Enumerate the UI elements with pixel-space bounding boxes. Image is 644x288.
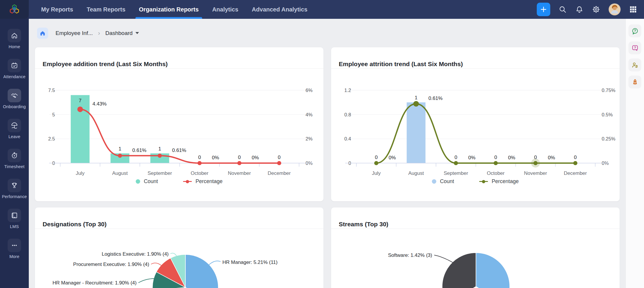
- line-point-september[interactable]: [158, 154, 162, 158]
- sidebar-item-onboarding[interactable]: Onboarding: [3, 89, 26, 109]
- breadcrumb-separator: ›: [98, 30, 100, 36]
- x-axis-label: November: [228, 170, 251, 176]
- right-axis-tick: 0.75%: [602, 88, 616, 93]
- x-axis-label: July: [372, 170, 381, 176]
- card-title: Employee addition trend (Last Six Months…: [43, 61, 168, 68]
- percentage-label: 0.61%: [172, 148, 186, 153]
- sidebar-items: Home Attendance Onboarding Leave Timeshe…: [0, 19, 29, 259]
- line-point-november[interactable]: [237, 161, 242, 165]
- sidebar-item-attendance[interactable]: Attendance: [3, 59, 25, 79]
- breadcrumb-module[interactable]: Employee Inf...: [56, 30, 93, 36]
- user-avatar[interactable]: [608, 3, 621, 16]
- sidebar-item-performance[interactable]: Performance: [2, 179, 27, 199]
- legend-label: Count: [144, 178, 158, 185]
- line-point-august[interactable]: [118, 154, 122, 158]
- line-point-october[interactable]: [197, 161, 202, 165]
- chevron-down-icon[interactable]: [135, 32, 139, 34]
- count-label: 0: [375, 155, 378, 160]
- count-label: 7: [79, 98, 81, 103]
- percentage-label: 0.61%: [428, 96, 442, 101]
- whats-new-rocket-button[interactable]: [628, 76, 641, 88]
- legend-item-count[interactable]: Count: [136, 178, 158, 185]
- count-label: 1: [158, 146, 161, 152]
- home-icon: [8, 29, 21, 42]
- search-icon: [559, 5, 567, 14]
- x-axis-label: December: [564, 170, 587, 176]
- tab-advanced-analytics[interactable]: Advanced Analytics: [252, 0, 307, 19]
- breadcrumb-home-button[interactable]: [37, 28, 48, 39]
- bar-august[interactable]: [407, 102, 425, 163]
- x-axis-label: September: [444, 170, 468, 176]
- sidebar-item-more[interactable]: More: [8, 239, 21, 259]
- help-chat-button[interactable]: ?: [628, 24, 641, 37]
- sidebar-item-label: Home: [9, 44, 20, 49]
- divider: [35, 229, 323, 229]
- left-axis-tick: 7.5: [48, 88, 55, 93]
- legend-item-percentage[interactable]: Percentage: [183, 178, 222, 185]
- right-axis-tick: 4%: [306, 112, 313, 117]
- user-share-button[interactable]: [628, 58, 641, 71]
- add-button[interactable]: [537, 3, 550, 16]
- pie-callout-label: HR Manager: 5.21% (11): [222, 259, 278, 265]
- divider: [331, 68, 620, 69]
- count-swatch: [432, 179, 436, 184]
- sidebar-item-lms[interactable]: LMS: [8, 209, 21, 229]
- card-streams: Streams (Top 30) Software: 1.42% (3): [331, 207, 620, 288]
- sidebar-item-home[interactable]: Home: [8, 29, 21, 49]
- left-axis-tick: 0.4: [344, 136, 351, 141]
- line-point-july[interactable]: [374, 161, 378, 165]
- lms-icon: [8, 209, 21, 222]
- breadcrumb: Employee Inf... › Dashboard: [29, 19, 626, 47]
- callout-leader-line: [138, 279, 154, 283]
- pie-slice[interactable]: [185, 254, 218, 288]
- zoho-people-logo[interactable]: [0, 0, 29, 19]
- add-icon: [540, 6, 547, 13]
- sidebar-item-label: Leave: [9, 134, 21, 139]
- sidebar-item-timesheet[interactable]: Timesheet: [4, 149, 25, 169]
- notifications-button[interactable]: [575, 5, 584, 14]
- chart-legend: Count Percentage: [35, 178, 323, 185]
- x-axis-label: September: [147, 170, 172, 176]
- line-point-october[interactable]: [494, 161, 498, 165]
- breadcrumb-page-selector[interactable]: Dashboard: [105, 30, 133, 36]
- line-point-november[interactable]: [534, 161, 538, 165]
- count-label: 0: [574, 155, 577, 160]
- card-employee-attrition-trend: Employee attrition trend (Last Six Month…: [331, 47, 620, 201]
- left-axis-tick: 2.5: [48, 136, 55, 141]
- legend-item-percentage[interactable]: Percentage: [479, 178, 519, 185]
- sidebar-item-leave[interactable]: Leave: [8, 119, 21, 139]
- percentage-label: 0.61%: [132, 148, 146, 153]
- tab-my-reports[interactable]: My Reports: [41, 0, 73, 19]
- percentage-label: 0%: [468, 155, 476, 160]
- tab-analytics[interactable]: Analytics: [212, 0, 238, 19]
- count-label: 0: [198, 155, 201, 160]
- apps-launcher-button[interactable]: [629, 5, 638, 14]
- line-point-september[interactable]: [454, 161, 458, 165]
- timesheet-icon: [8, 149, 21, 162]
- percentage-label: 0%: [252, 155, 259, 160]
- line-point-august[interactable]: [413, 101, 419, 107]
- settings-button[interactable]: [592, 5, 601, 14]
- apps-grid-icon: [629, 5, 637, 14]
- nav-tabs: My ReportsTeam ReportsOrganization Repor…: [29, 0, 307, 19]
- x-axis-label: November: [524, 170, 547, 176]
- legend-label: Percentage: [195, 178, 222, 185]
- user-share-icon: [631, 61, 639, 69]
- line-point-december[interactable]: [573, 161, 577, 165]
- left-axis-tick: 0.8: [344, 112, 351, 117]
- sidebar-item-label: Performance: [2, 194, 27, 199]
- tab-organization-reports[interactable]: Organization Reports: [139, 0, 199, 19]
- pie-callout-label: Logistics Executive: 1.90% (4): [102, 251, 169, 257]
- sidebar-item-label: Timesheet: [4, 164, 25, 169]
- nav-actions: [537, 3, 644, 16]
- line-point-december[interactable]: [277, 161, 281, 165]
- search-button[interactable]: [558, 5, 567, 14]
- faq-bubble-button[interactable]: ?: [628, 41, 641, 54]
- legend-item-count[interactable]: Count: [432, 178, 454, 185]
- right-axis-tick: 2%: [306, 136, 313, 141]
- tab-team-reports[interactable]: Team Reports: [87, 0, 125, 19]
- line-point-july[interactable]: [77, 106, 83, 112]
- bar-july[interactable]: [71, 95, 90, 163]
- pie-slice[interactable]: [476, 253, 510, 288]
- pie-slice[interactable]: [442, 253, 476, 288]
